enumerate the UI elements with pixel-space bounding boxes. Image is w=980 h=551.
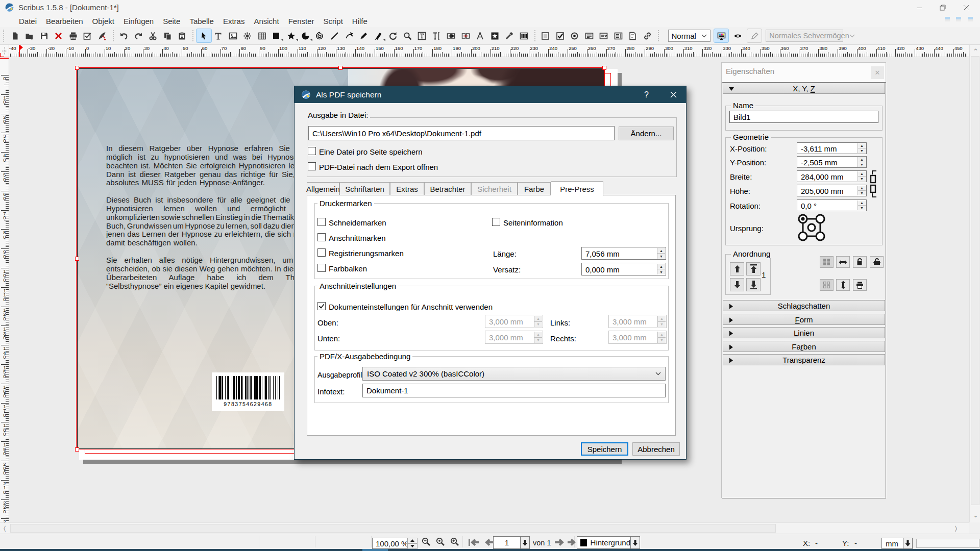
lower-to-bottom-button[interactable] — [746, 278, 761, 291]
menu-seite[interactable]: Seite — [158, 16, 185, 27]
selection-handle[interactable] — [75, 66, 79, 70]
enable-printing-button[interactable] — [853, 279, 867, 291]
farbbalken-label[interactable]: Farbbalken — [329, 264, 367, 273]
vision-defect-dropdown[interactable]: Normales Sehvermögen — [766, 30, 843, 42]
insert-spiral-icon[interactable] — [313, 29, 328, 42]
hhe-spinbox[interactable]: 205,000 mm▲▼ — [797, 185, 867, 196]
pdf-text-annotation-icon[interactable] — [626, 29, 641, 42]
mdi-close-button[interactable] — [968, 17, 973, 22]
select-icon[interactable] — [197, 29, 211, 42]
horizontal-scrollbar[interactable]: 〈 〉 — [0, 522, 969, 534]
page-information-checkbox[interactable] — [492, 218, 500, 226]
scroll-left-icon[interactable]: 〈 — [4, 525, 6, 532]
zoom-spinner-buttons[interactable] — [407, 538, 418, 549]
one-file-per-page-label[interactable]: Eine Datei pro Seite speichern — [319, 147, 423, 156]
eye-dropper-icon[interactable] — [502, 29, 517, 42]
insert-render-frame-icon[interactable] — [240, 29, 255, 42]
length-spinbox[interactable]: 7,056 mm▲▼ — [581, 247, 666, 260]
save-button[interactable]: Speichern — [581, 442, 628, 456]
insert-polygon-icon[interactable] — [284, 29, 299, 42]
group-objects-button[interactable] — [820, 256, 834, 268]
insert-image-frame-icon[interactable] — [226, 29, 240, 42]
xposition-spinbox[interactable]: -3,611 mm▲▼ — [797, 142, 867, 154]
lower-level-button[interactable] — [730, 278, 744, 291]
tab-betrachter[interactable]: Betrachter — [424, 182, 471, 195]
ungroup-objects-button[interactable] — [820, 279, 834, 291]
current-page-spinbox[interactable]: 1 — [493, 536, 521, 549]
section-header-form[interactable]: Form — [723, 314, 885, 325]
story-editor-icon[interactable] — [429, 29, 444, 42]
flip-vertical-button[interactable] — [836, 279, 850, 291]
menu-extras[interactable]: Extras — [218, 16, 250, 27]
zoom-in-icon[interactable] — [450, 537, 459, 546]
link-text-frames-icon[interactable] — [444, 29, 459, 42]
section-header-transparenz[interactable]: Transparenz — [723, 354, 885, 365]
close-button[interactable] — [954, 0, 978, 15]
cancel-button[interactable]: Abbrechen — [632, 442, 680, 456]
measurements-icon[interactable] — [473, 29, 488, 42]
tab-farbe[interactable]: Farbe — [518, 182, 551, 195]
horizontal-scrollbar-thumb[interactable] — [10, 524, 776, 533]
menu-einfgen[interactable]: Einfügen — [119, 16, 158, 27]
anschnittmarken-label[interactable]: Anschnittmarken — [329, 234, 386, 242]
use-doc-bleed-checkbox[interactable] — [317, 302, 326, 310]
raise-level-button[interactable] — [730, 262, 744, 276]
edit-in-preview-icon[interactable] — [747, 29, 762, 42]
scroll-up-icon[interactable]: ⌃ — [973, 48, 978, 55]
insert-line-icon[interactable] — [328, 29, 342, 42]
insert-bezier-icon[interactable] — [342, 29, 357, 42]
preview-mode-icon[interactable] — [730, 29, 745, 42]
ruler-origin-corner[interactable] — [0, 45, 9, 57]
rotation-spinbox[interactable]: 0,0 °▲▼ — [797, 199, 867, 211]
change-path-button[interactable]: Ändern... — [619, 127, 674, 140]
tab-extras[interactable]: Extras — [390, 182, 424, 195]
insert-calligraphic-icon[interactable] — [371, 29, 386, 42]
section-header-farben[interactable]: Farben — [723, 341, 885, 352]
page-dropdown-button[interactable] — [520, 536, 530, 549]
layer-indicator[interactable]: Hintergrund — [577, 536, 631, 549]
origin-selector-icon[interactable] — [798, 214, 825, 241]
open-after-export-label[interactable]: PDF-Datei nach dem Export öffnen — [319, 163, 438, 171]
tab-allgemein[interactable]: Allgemein — [307, 182, 339, 195]
minimize-button[interactable] — [908, 0, 931, 15]
insert-barcode-icon[interactable] — [517, 29, 531, 42]
image-quality-dropdown[interactable]: Normal — [668, 30, 710, 42]
tab-sicherheit[interactable]: Sicherheit — [471, 182, 518, 195]
edit-contents-icon[interactable] — [415, 29, 430, 42]
open-after-export-checkbox[interactable] — [308, 162, 316, 170]
cut-icon[interactable] — [146, 29, 161, 42]
tab-schriftarten[interactable]: Schriftarten — [339, 182, 390, 195]
menu-bearbeiten[interactable]: Bearbeiten — [41, 16, 88, 27]
unit-selector[interactable]: mm — [881, 538, 903, 549]
menu-objekt[interactable]: Objekt — [88, 16, 119, 27]
mdi-minimize-button[interactable] — [945, 17, 950, 22]
redo-icon[interactable] — [131, 29, 146, 42]
zoom-level-spinbox[interactable]: 100,00 % — [372, 538, 407, 549]
menu-fenster[interactable]: Fenster — [284, 16, 319, 27]
schneidemarken-checkbox[interactable] — [317, 218, 326, 226]
infotext-input[interactable]: Dokument-1 — [362, 384, 666, 397]
offset-spinbox[interactable]: 0,000 mm▲▼ — [581, 263, 666, 276]
link-width-height-icon[interactable] — [869, 170, 877, 197]
vertical-scrollbar-thumb[interactable] — [971, 56, 979, 505]
cms-preview-toggle-icon[interactable] — [714, 29, 729, 42]
bleed-oben-spinbox[interactable]: 3,000 mm▲▼ — [485, 315, 543, 328]
output-profile-combobox[interactable]: ISO Coated v2 300% (basICColor) — [362, 367, 666, 381]
first-page-icon[interactable] — [468, 538, 480, 546]
vertical-ruler[interactable]: 0102030405060708090100110120130140150160… — [0, 57, 9, 522]
save-as-pdf-icon[interactable] — [95, 29, 110, 42]
registrierungsmarken-label[interactable]: Registrierungsmarken — [329, 249, 404, 258]
page-information-label[interactable]: Seiteninformation — [503, 218, 563, 227]
insert-freehand-icon[interactable] — [357, 29, 372, 42]
section-header-schlagschatten[interactable]: Schlagschatten — [723, 300, 885, 311]
rotate-item-icon[interactable] — [386, 29, 401, 42]
bleed-unten-spinbox[interactable]: 3,000 mm▲▼ — [485, 331, 543, 344]
save-icon[interactable] — [37, 29, 52, 42]
dialog-help-button[interactable]: ? — [635, 86, 658, 103]
insert-table-icon[interactable] — [255, 29, 270, 42]
insert-text-frame-icon[interactable] — [211, 29, 226, 42]
unit-dropdown-button[interactable] — [903, 538, 913, 549]
section-header-xyz[interactable]: X, Y, Z — [723, 83, 885, 94]
paste-icon[interactable] — [175, 29, 190, 42]
close-document-icon[interactable] — [52, 29, 66, 42]
